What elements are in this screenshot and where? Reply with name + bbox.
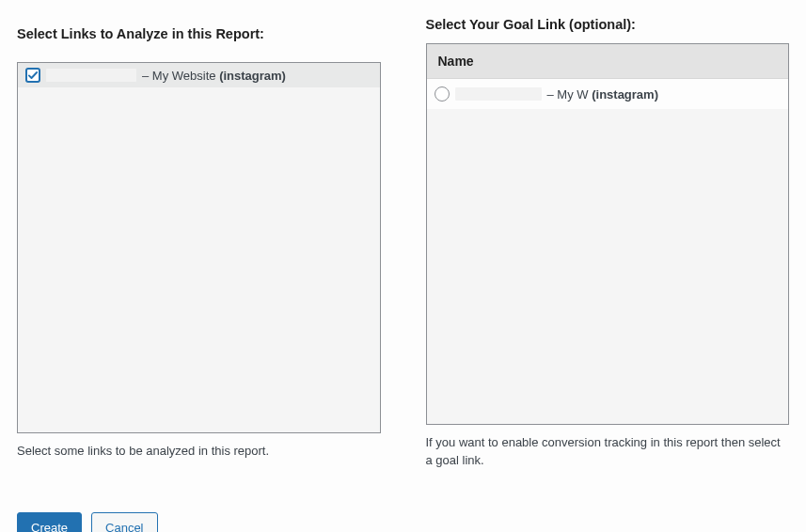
goal-label: – My W (instagram) bbox=[547, 87, 659, 102]
goal-link-section: Select Your Goal Link (optional): Name –… bbox=[426, 17, 790, 470]
link-label: – My Website (instagram) bbox=[142, 69, 286, 83]
checkbox-icon[interactable] bbox=[25, 68, 40, 83]
radio-icon[interactable] bbox=[435, 86, 450, 102]
form-actions: Create Cancel bbox=[17, 512, 789, 532]
links-analyze-helper: Select some links to be analyzed in this… bbox=[17, 443, 381, 461]
goal-link-helper: If you want to enable conversion trackin… bbox=[426, 434, 790, 470]
redacted-text bbox=[455, 87, 542, 101]
links-analyze-heading: Select Links to Analyze in this Report: bbox=[17, 26, 381, 41]
goal-link-header: Name bbox=[427, 44, 789, 79]
links-analyze-list: – My Website (instagram) bbox=[17, 62, 381, 433]
list-item[interactable]: – My Website (instagram) bbox=[18, 63, 380, 87]
cancel-button[interactable]: Cancel bbox=[91, 512, 157, 532]
links-analyze-section: Select Links to Analyze in this Report: … bbox=[17, 26, 381, 470]
goal-link-heading: Select Your Goal Link (optional): bbox=[426, 17, 790, 32]
list-item[interactable]: – My W (instagram) bbox=[427, 79, 789, 109]
create-button[interactable]: Create bbox=[17, 512, 82, 532]
redacted-text bbox=[46, 69, 136, 82]
goal-link-list: Name – My W (instagram) bbox=[426, 43, 790, 425]
